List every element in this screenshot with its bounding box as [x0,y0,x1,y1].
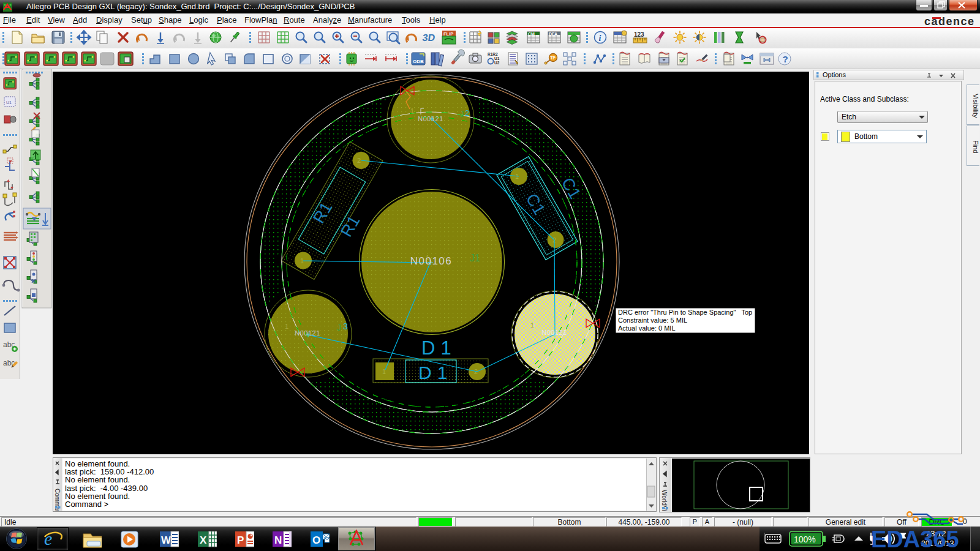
svg-text:CM: CM [528,32,535,36]
svg-text:N: N [274,534,282,546]
svg-text:ODB: ODB [413,59,424,64]
svg-text:DRC error "Thru Pin to Shape S: DRC error "Thru Pin to Shape Spacing" To… [618,309,752,316]
svg-text:i: i [598,34,601,43]
svg-text:3: 3 [343,321,348,331]
svg-text:U2: U2 [494,61,500,65]
svg-text:1: 1 [285,323,288,330]
svg-text:N00121: N00121 [418,115,443,122]
svg-text:U1: U1 [494,56,500,61]
svg-text:R1R2: R1R2 [488,52,498,56]
svg-text:N00121: N00121 [295,329,320,337]
svg-text:DFA: DFA [549,32,557,36]
svg-text:2: 2 [357,157,361,164]
svg-text:J: J [460,110,464,119]
svg-text:N00121: N00121 [541,329,567,336]
svg-text:O: O [312,534,320,546]
svg-text:J: J [337,323,341,332]
svg-text:J1: J1 [470,253,480,263]
svg-text:?: ? [783,54,788,64]
svg-text:e: e [44,529,52,549]
svg-text:U1: U1 [6,100,12,105]
svg-text:TP: TP [551,56,556,60]
svg-text:3D: 3D [422,32,436,43]
svg-text:P: P [237,534,244,546]
svg-text:D1: D1 [421,337,457,359]
svg-text:X: X [200,534,207,546]
svg-text:Constraint value: 5 MIL: Constraint value: 5 MIL [618,317,687,324]
svg-text:1: 1 [426,254,429,261]
svg-text:2: 2 [465,108,469,118]
svg-text:100%: 100% [794,534,816,544]
svg-text:Actual value: 0 MIL: Actual value: 0 MIL [618,324,676,332]
svg-text:1: 1 [530,321,534,329]
svg-text:N00106: N00106 [410,255,453,267]
svg-text:FLIP: FLIP [443,31,453,37]
svg-text:1: 1 [410,107,414,114]
svg-text:W: W [161,534,172,546]
svg-text:123: 123 [634,31,644,38]
